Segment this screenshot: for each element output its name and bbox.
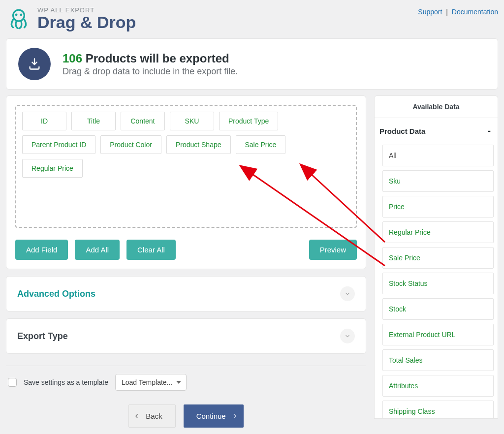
svg-point-2	[20, 13, 22, 16]
available-item[interactable]: Stock Status	[382, 273, 494, 294]
available-item[interactable]: External Product URL	[382, 324, 494, 345]
advanced-options-toggle[interactable]: Advanced Options	[6, 276, 366, 311]
svg-point-0	[13, 10, 25, 21]
save-template-checkbox[interactable]	[8, 378, 17, 387]
divider	[6, 366, 366, 366]
available-data-panel: Available Data Product Data - All Sku Pr…	[374, 95, 498, 431]
save-template-label: Save settings as a template	[24, 378, 108, 386]
field-chip[interactable]: Regular Price	[22, 159, 83, 178]
available-data-scroll[interactable]: Product Data - All Sku Price Regular Pri…	[374, 118, 498, 419]
field-chip[interactable]: Title	[71, 112, 116, 130]
available-item[interactable]: Regular Price	[382, 221, 494, 243]
back-button[interactable]: Back	[128, 404, 175, 428]
field-builder-card: ID Title Content SKU Product Type Parent…	[6, 95, 366, 269]
add-field-button[interactable]: Add Field	[15, 240, 68, 260]
export-count-label: Products will be exported	[86, 52, 229, 65]
support-link[interactable]: Support	[418, 8, 442, 16]
page-header: WP ALL EXPORT Drag & Drop Support | Docu…	[0, 0, 504, 33]
title-block: WP ALL EXPORT Drag & Drop	[37, 6, 136, 31]
export-type-toggle[interactable]: Export Type	[6, 318, 366, 354]
data-group-label: Product Data	[379, 127, 425, 135]
field-drop-zone[interactable]: ID Title Content SKU Product Type Parent…	[15, 105, 357, 228]
export-summary-card: 106 Products will be exported Drag & dro…	[6, 38, 498, 90]
octopus-logo-icon	[6, 6, 32, 31]
available-item[interactable]: Attributes	[382, 375, 494, 397]
available-item[interactable]: Sale Price	[382, 247, 494, 269]
minus-icon: -	[488, 126, 491, 136]
field-chip[interactable]: ID	[22, 112, 66, 130]
download-icon	[18, 48, 51, 80]
page-title: Drag & Drop	[37, 14, 136, 31]
load-template-select[interactable]: Load Template...	[115, 374, 187, 391]
documentation-link[interactable]: Documentation	[452, 8, 498, 16]
left-column: ID Title Content SKU Product Type Parent…	[6, 95, 366, 431]
chevron-down-icon	[340, 286, 355, 301]
wizard-nav: Back Continue	[6, 404, 366, 428]
logo-block: WP ALL EXPORT Drag & Drop	[6, 6, 418, 31]
available-data-heading: Available Data	[374, 95, 498, 118]
field-chip[interactable]: Content	[121, 112, 165, 130]
field-chip[interactable]: Product Shape	[166, 135, 231, 154]
advanced-options-label: Advanced Options	[17, 289, 95, 299]
svg-point-1	[15, 13, 18, 16]
link-separator: |	[444, 8, 450, 16]
available-item[interactable]: Sku	[382, 170, 494, 192]
available-item[interactable]: Stock	[382, 298, 494, 320]
export-subtitle: Drag & drop data to include in the expor…	[63, 66, 238, 77]
field-chip[interactable]: Product Type	[219, 112, 278, 130]
available-item[interactable]: All	[382, 145, 494, 166]
export-summary-text: 106 Products will be exported Drag & dro…	[63, 52, 238, 77]
chevron-down-icon	[340, 329, 355, 343]
flex-spacer	[183, 240, 302, 260]
export-count: 106	[63, 52, 82, 65]
template-row: Save settings as a template Load Templat…	[6, 373, 366, 392]
field-chip[interactable]: Sale Price	[236, 135, 286, 154]
preview-button[interactable]: Preview	[309, 240, 357, 260]
field-chip[interactable]: SKU	[170, 112, 214, 130]
available-item[interactable]: Shipping Class	[382, 401, 494, 419]
available-item[interactable]: Total Sales	[382, 349, 494, 371]
available-item[interactable]: Price	[382, 196, 494, 217]
clear-all-button[interactable]: Clear All	[126, 240, 176, 260]
continue-button[interactable]: Continue	[184, 404, 244, 428]
data-group-header[interactable]: Product Data -	[378, 119, 494, 142]
field-chip[interactable]: Product Color	[100, 135, 161, 154]
main-layout: ID Title Content SKU Product Type Parent…	[0, 95, 504, 431]
add-all-button[interactable]: Add All	[75, 240, 120, 260]
export-type-label: Export Type	[17, 331, 68, 341]
builder-actions: Add Field Add All Clear All Preview	[15, 240, 357, 260]
field-chip[interactable]: Parent Product ID	[22, 135, 95, 154]
header-links: Support | Documentation	[418, 6, 498, 16]
